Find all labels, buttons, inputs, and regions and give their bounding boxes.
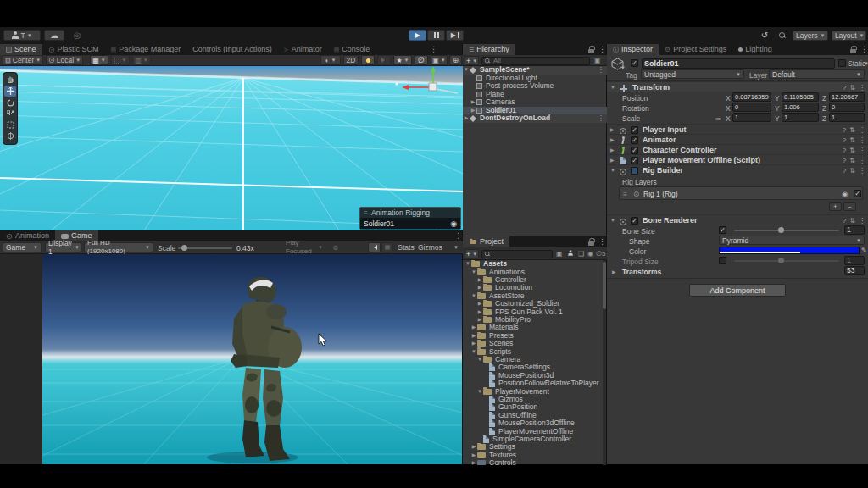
pause-button[interactable] [427,30,445,41]
project-row[interactable]: PlayerMovementOffline [463,427,607,435]
view-hand-tool[interactable] [4,74,16,85]
tripod-size-field[interactable]: 1 [844,256,865,265]
help-icon[interactable]: ? [843,167,846,175]
project-row[interactable]: GunsOffline [463,412,607,420]
tripod-checkbox[interactable] [719,257,726,264]
undo-history-button[interactable]: ↺ [757,30,772,41]
presets-icon[interactable]: ⇅ [849,126,855,134]
prefab-dropdown-icon[interactable]: ▼ [620,65,626,70]
add-rig-layer-button[interactable]: + [829,202,842,211]
foldout-arrow[interactable]: ▼ [610,85,615,90]
enabled-checkbox[interactable] [631,167,638,175]
camera-settings-dropdown[interactable]: ▣▼ [431,55,448,65]
name-field[interactable]: Soldier01 [642,58,835,69]
cloud-services-button[interactable]: ☁ [44,30,64,41]
effects-dropdown[interactable]: ★▼ [393,55,412,65]
tag-dropdown[interactable]: Untagged▼ [641,69,744,79]
rect-tool[interactable] [4,119,16,130]
project-row[interactable]: ▶MobilityPro [463,316,607,324]
tab-hierarchy[interactable]: ☰Hierarchy [463,44,515,55]
tab-animation[interactable]: Animation [0,230,55,241]
rotate-tool[interactable] [4,97,16,108]
hierarchy-row-selected[interactable]: ▶Soldier01 [463,107,607,115]
tab-console[interactable]: ▤Console [328,44,376,55]
enabled-checkbox[interactable]: ✓ [631,147,638,154]
component-bone-renderer[interactable]: ▼ ✓ Bone Renderer ?⇅⋮ [607,214,868,225]
hierarchy-row[interactable]: ▶Cameras [463,98,607,107]
presets-icon[interactable]: ⇅ [849,84,855,92]
more-icon[interactable]: ⋮ [859,157,865,164]
presets-icon[interactable]: ⇅ [849,167,855,175]
hierarchy-row[interactable]: Plane [463,91,607,99]
gizmos-dropdown-game[interactable]: Gizmos▼ [417,242,459,252]
drag-handle-icon[interactable]: ≡ [623,190,627,198]
search-by-label-icon[interactable]: ❏ [578,250,584,258]
rig-layer-active-checkbox[interactable]: ✓ [854,190,861,197]
create-add-button[interactable]: +▼ [465,56,479,65]
presets-icon[interactable]: ⇅ [849,136,855,144]
project-row[interactable]: ▶Textures [463,452,607,460]
project-row[interactable]: ▶Presets [463,332,607,341]
link-scale-icon[interactable]: ∞ [715,114,721,123]
scene-options-icon[interactable]: ⋮ [598,66,605,74]
search-everything-button[interactable] [776,30,789,41]
component-player-movement-offline[interactable]: ▶ ✓ Player Movement Offline (Script) ?⇅⋮ [607,154,868,164]
tab-package-manager[interactable]: ▤Package Manager [105,44,187,55]
project-search-input[interactable] [481,250,553,258]
eyedropper-icon[interactable]: ✎ [861,247,867,254]
project-row[interactable]: ▶Settings [463,443,607,452]
project-menu-icon[interactable]: ⋮ [598,236,606,247]
scene-audio-toggle[interactable] [377,55,391,65]
position-x-field[interactable]: 0.08716359 [732,92,771,102]
presets-icon[interactable]: ⇅ [849,217,855,225]
more-icon[interactable]: ⋮ [859,167,865,175]
project-row[interactable]: ▶Scenes [463,340,607,348]
tab-plastic-scm[interactable]: Plastic SCM [42,44,105,55]
scale-slider-knob[interactable] [181,245,187,251]
animation-rigging-header[interactable]: ≡ Animation Rigging [360,208,460,218]
tab-project[interactable]: Project [463,236,509,247]
transform-tool[interactable] [4,130,16,141]
mute-audio-toggle[interactable] [368,242,381,252]
scene-options-icon[interactable]: ⋮ [598,114,605,122]
more-icon[interactable]: ⋮ [859,136,865,144]
enabled-checkbox[interactable]: ✓ [631,157,638,164]
hierarchy-menu-icon[interactable]: ⋮ [598,44,606,55]
project-row[interactable]: MousePosition3d [463,372,607,380]
hierarchy-row-scene[interactable]: ▼SampleScene* ⋮ [463,66,607,75]
project-row[interactable]: ▶FPS Gun Pack Vol. 1 [463,308,607,316]
bone-size-slider[interactable] [734,230,839,231]
position-z-field[interactable]: 12.20567 [829,92,865,102]
foldout-arrow[interactable]: ▶ [612,269,616,274]
presets-icon[interactable]: ⇅ [849,147,855,154]
project-row[interactable]: CameraSettings [463,363,607,372]
hierarchy-row[interactable]: Directional Light [463,75,607,83]
help-icon[interactable]: ? [843,84,846,92]
tab-animator[interactable]: ≻Animator [278,44,328,55]
remove-rig-layer-button[interactable]: − [843,202,856,211]
hierarchy-search-input[interactable]: All [481,57,590,65]
move-tool[interactable] [4,86,16,97]
2d-toggle[interactable]: 2D [343,55,359,65]
presets-icon[interactable]: ⇅ [849,157,855,164]
snap-settings-dropdown[interactable]: ▥▼ [132,55,151,65]
hidden-count-badge[interactable]: ∅5 [596,250,605,258]
lock-icon[interactable] [850,49,856,53]
project-row[interactable]: ▶Locomotion [463,284,607,292]
component-animator[interactable]: ▶ ✓ Animator ?⇅⋮ [607,134,868,144]
color-swatch[interactable] [719,247,860,254]
help-icon[interactable]: ? [843,157,846,164]
search-by-type-icon[interactable] [567,249,574,258]
rotation-z-field[interactable]: 0 [829,103,865,112]
scene-picker-icon[interactable]: ▣ [594,57,601,64]
help-icon[interactable]: ? [843,147,846,154]
scale-z-field[interactable]: 1 [829,113,865,122]
static-dropdown-icon[interactable]: ▼ [864,61,868,66]
add-component-button[interactable]: Add Component [689,284,786,297]
project-row[interactable]: GunPosition [463,403,607,412]
step-button[interactable]: ▶ [446,30,464,41]
rig-target-field[interactable]: Soldier01 ◉ [360,218,460,229]
project-scrollbar[interactable] [603,260,606,465]
layers-dropdown[interactable]: Layers▼ [793,30,828,41]
collab-status-button[interactable]: ◎ [70,30,85,41]
